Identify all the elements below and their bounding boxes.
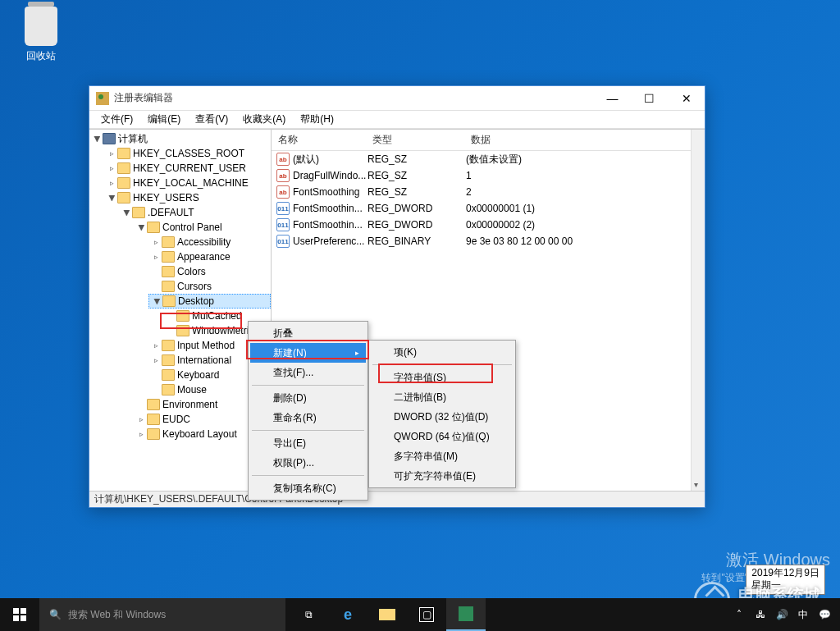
menu-edit[interactable]: 编辑(E) [141, 111, 187, 128]
string-value-icon: ab [276, 169, 290, 182]
list-row[interactable]: 011FontSmoothin...REG_DWORD0x00000001 (1… [272, 200, 705, 217]
ctx-binary[interactable]: 二进制值(B) [371, 387, 514, 407]
tree-hklm[interactable]: ▹HKEY_LOCAL_MACHINE [104, 176, 271, 190]
chevron-down-icon[interactable]: ⯆ [121, 207, 132, 218]
task-view-icon[interactable]: ⧉ [289, 598, 328, 631]
ctx-expand[interactable]: 可扩充字符串值(E) [371, 466, 514, 486]
titlebar[interactable]: 注册表编辑器 — ☐ ✕ [89, 86, 705, 111]
regedit-icon [96, 92, 109, 105]
folder-icon [162, 340, 175, 351]
system-tray: ˄ 🖧 🔊 中 💬 [728, 598, 840, 631]
ime-icon[interactable]: 中 [792, 598, 814, 631]
tree-appearance[interactable]: ▹Appearance [148, 249, 271, 264]
chevron-down-icon[interactable]: ⯆ [91, 133, 103, 144]
ctx-copykey[interactable]: 复制项名称(C) [250, 478, 366, 498]
chevron-down-icon[interactable]: ⯆ [135, 222, 147, 233]
tree-hkcu[interactable]: ▹HKEY_CURRENT_USER [104, 161, 271, 176]
chevron-right-icon[interactable]: ▹ [106, 162, 117, 174]
close-button[interactable]: ✕ [668, 86, 705, 111]
chevron-right-icon[interactable]: ▹ [106, 177, 117, 189]
ctx-find[interactable]: 查找(F)... [250, 363, 366, 382]
ctx-rename[interactable]: 重命名(R) [250, 408, 366, 428]
tree-cursors[interactable]: Cursors [148, 279, 271, 294]
search-icon: 🔍 [49, 609, 62, 620]
chevron-right-icon[interactable]: ▹ [106, 148, 117, 159]
ctx-qword[interactable]: QWORD (64 位)值(Q) [371, 427, 514, 446]
start-button[interactable] [0, 598, 39, 631]
folder-icon [162, 295, 176, 307]
notifications-icon[interactable]: 💬 [814, 598, 835, 631]
context-menu: 折叠 新建(N)▸ 查找(F)... 删除(D) 重命名(R) 导出(E) 权限… [248, 321, 368, 501]
network-icon[interactable]: 🖧 [750, 598, 771, 631]
taskbar: 🔍 搜索 Web 和 Windows ⧉ e ▢ ˄ 🖧 🔊 中 💬 [0, 598, 840, 631]
search-input[interactable]: 🔍 搜索 Web 和 Windows [39, 598, 285, 631]
chevron-right-icon: ▸ [355, 349, 359, 357]
col-data[interactable]: 数据 [464, 130, 705, 150]
chevron-right-icon[interactable]: ▹ [150, 340, 162, 351]
chevron-right-icon[interactable]: ▹ [135, 414, 147, 425]
folder-icon [162, 236, 175, 248]
ctx-key[interactable]: 项(K) [371, 342, 514, 362]
ctx-delete[interactable]: 删除(D) [250, 388, 366, 408]
ctx-dword[interactable]: DWORD (32 位)值(D) [371, 407, 514, 427]
tree-accessibility[interactable]: ▹Accessibility [148, 235, 271, 249]
menu-help[interactable]: 帮助(H) [294, 111, 340, 128]
volume-icon[interactable]: 🔊 [771, 598, 792, 631]
separator [372, 364, 512, 365]
date-tooltip: 2019年12月9日 星期一 [746, 565, 825, 595]
folder-icon [176, 325, 189, 336]
maximize-button[interactable]: ☐ [631, 86, 668, 111]
regedit-task-icon[interactable] [446, 598, 486, 631]
tree-hku[interactable]: ⯆HKEY_USERS [104, 190, 271, 205]
separator [252, 430, 364, 431]
menubar: 文件(F) 编辑(E) 查看(V) 收藏夹(A) 帮助(H) [89, 111, 705, 129]
folder-icon [162, 251, 175, 263]
statusbar: 计算机\HKEY_USERS\.DEFAULT\Control Panel\De… [89, 491, 705, 507]
list-row[interactable]: abDragFullWindo...REG_SZ1 [272, 167, 705, 184]
folder-icon [147, 222, 160, 233]
chevron-down-icon[interactable]: ⯆ [106, 192, 117, 203]
tray-up-icon[interactable]: ˄ [728, 598, 750, 631]
tree-default[interactable]: ⯆.DEFAULT [119, 205, 271, 220]
menu-view[interactable]: 查看(V) [189, 111, 235, 128]
folder-icon [162, 354, 175, 366]
scrollbar[interactable] [691, 130, 705, 491]
tree-controlpanel[interactable]: ⯆Control Panel [134, 220, 271, 235]
list-row[interactable]: 011FontSmoothin...REG_DWORD0x00000002 (2… [272, 217, 705, 233]
minimize-button[interactable]: — [594, 86, 631, 111]
list-row[interactable]: 011UserPreferenc...REG_BINARY9e 3e 03 80… [272, 233, 705, 249]
ctx-collapse[interactable]: 折叠 [250, 323, 366, 343]
folder-icon [132, 207, 145, 218]
tree-hkcr[interactable]: ▹HKEY_CLASSES_ROOT [104, 146, 271, 161]
window-title: 注册表编辑器 [114, 91, 594, 105]
ctx-new[interactable]: 新建(N)▸ [250, 343, 366, 363]
tree-root[interactable]: ⯆计算机 [89, 131, 271, 146]
tree-desktop[interactable]: ⯆Desktop [148, 294, 271, 309]
chevron-right-icon[interactable]: ▹ [150, 236, 162, 248]
search-placeholder: 搜索 Web 和 Windows [68, 608, 166, 622]
chevron-right-icon[interactable]: ▹ [150, 251, 162, 263]
col-name[interactable]: 名称 [272, 130, 366, 150]
recycle-bin[interactable]: 回收站 [11, 7, 71, 63]
chevron-right-icon[interactable]: ▹ [135, 428, 147, 440]
list-row[interactable]: abFontSmoothingREG_SZ2 [272, 184, 705, 200]
folder-icon [117, 162, 130, 174]
folder-icon [162, 281, 175, 292]
chevron-right-icon[interactable]: ▹ [150, 354, 162, 366]
separator [252, 475, 364, 476]
col-type[interactable]: 类型 [366, 130, 464, 150]
store-icon[interactable]: ▢ [407, 598, 446, 631]
list-row[interactable]: ab(默认)REG_SZ(数值未设置) [272, 151, 705, 167]
ctx-export[interactable]: 导出(E) [250, 433, 366, 453]
menu-fav[interactable]: 收藏夹(A) [236, 111, 292, 128]
ctx-perm[interactable]: 权限(P)... [250, 453, 366, 473]
tree-colors[interactable]: Colors [148, 264, 271, 279]
file-explorer-icon[interactable] [368, 598, 407, 631]
folder-icon [117, 177, 130, 189]
edge-icon[interactable]: e [328, 598, 368, 631]
chevron-down-icon[interactable]: ⯆ [151, 295, 162, 307]
menu-file[interactable]: 文件(F) [94, 111, 139, 128]
ctx-string[interactable]: 字符串值(S) [371, 368, 514, 387]
tree-pane[interactable]: ⯆计算机 ▹HKEY_CLASSES_ROOT ▹HKEY_CURRENT_US… [89, 130, 272, 491]
ctx-multi[interactable]: 多字符串值(M) [371, 446, 514, 466]
